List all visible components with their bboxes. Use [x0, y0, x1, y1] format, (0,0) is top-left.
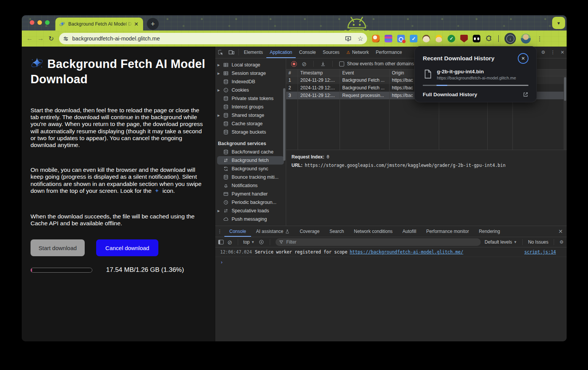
drawer-tab-performance-monitor[interactable]: Performance monitor — [421, 226, 474, 237]
devtools-close-icon[interactable]: ✕ — [561, 50, 564, 55]
drawer-tab-coverage[interactable]: Coverage — [295, 226, 324, 237]
drawer-tab-ai-assistance[interactable]: AI assistance — [251, 226, 295, 237]
expand-arrow-icon[interactable]: ▶ — [217, 114, 222, 117]
console-sidebar-toggle-icon[interactable] — [218, 240, 224, 244]
minimize-window-button[interactable] — [37, 20, 42, 25]
drawer-tab-autofill[interactable]: Autofill — [398, 226, 421, 237]
table-row-cell-selected[interactable]: 2024-11-29 12:... — [298, 92, 340, 99]
extension-icon-face[interactable] — [422, 35, 430, 42]
start-download-button[interactable]: Start download — [31, 239, 85, 256]
browser-tab[interactable]: Background Fetch AI Model D ✕ — [55, 18, 143, 31]
sidebar-item-private-state-tokens[interactable]: Private state tokens — [215, 94, 286, 103]
close-window-button[interactable] — [30, 20, 34, 25]
drawer-tab-network-conditions[interactable]: Network conditions — [349, 226, 397, 237]
extension-icon-stripes[interactable] — [385, 35, 392, 42]
sidebar-item-background-sync[interactable]: Background sync — [215, 165, 286, 173]
tab-performance[interactable]: Performance — [372, 47, 406, 58]
drawer-menu-icon[interactable]: ⋮ — [215, 229, 224, 234]
bookmark-star-icon[interactable]: ☆ — [358, 35, 363, 43]
clear-console-icon[interactable]: ⊘ — [227, 239, 232, 245]
log-levels-dropdown[interactable]: Default levels▼ — [485, 239, 517, 245]
drawer-tab-console[interactable]: Console — [224, 226, 251, 237]
tab-close-icon[interactable]: ✕ — [133, 21, 139, 27]
sidebar-item-bounce-tracking[interactable]: Bounce tracking miti... — [215, 173, 286, 181]
new-tab-button[interactable]: + — [147, 18, 159, 30]
checkbox-unchecked[interactable] — [339, 61, 344, 66]
sidebar-item-payment-handler[interactable]: Payment handler — [215, 190, 286, 198]
sidebar-item-indexeddb[interactable]: IndexedDB — [215, 78, 286, 86]
sidebar-item-storage-buckets[interactable]: Storage buckets — [215, 128, 286, 136]
expand-arrow-icon[interactable]: ▶ — [217, 209, 222, 213]
extension-icon-red-shield[interactable] — [460, 35, 468, 42]
tab-sources[interactable]: Sources — [319, 47, 343, 58]
console-filter-input[interactable]: Filter — [275, 238, 481, 246]
tab-application[interactable]: Application — [266, 47, 296, 58]
address-bar[interactable]: backgroundfetch-ai-model.glitch.me ☆ — [59, 33, 367, 44]
console-scope-link[interactable]: https://backgroundfetch-ai-model.glitch.… — [350, 249, 463, 255]
devtools-settings-gear-icon[interactable]: ⚙ — [541, 50, 545, 55]
extension-icon-construction-worker[interactable] — [435, 35, 443, 42]
events-scrollbar[interactable] — [564, 76, 567, 150]
table-row-cell[interactable]: 2024-11-29 12:... — [298, 84, 340, 92]
external-link-icon[interactable] — [523, 92, 528, 97]
extensions-puzzle-icon[interactable] — [485, 35, 493, 42]
table-row-cell-selected[interactable]: Request processin... — [340, 92, 390, 99]
javascript-context-selector[interactable]: top▼ — [243, 239, 255, 245]
drawer-tab-rendering[interactable]: Rendering — [474, 226, 505, 237]
forward-button[interactable]: → — [37, 35, 44, 42]
sidebar-scrollbar[interactable] — [283, 88, 285, 161]
sidebar-item-periodic-background-sync[interactable]: Periodic backgroun... — [215, 198, 286, 207]
cancel-download-button[interactable]: Cancel download — [96, 239, 158, 256]
clear-events-icon[interactable]: ⊘ — [302, 61, 307, 67]
sidebar-item-background-fetch[interactable]: Background fetch — [217, 156, 284, 165]
eye-icon[interactable] — [258, 239, 264, 245]
download-item[interactable]: g-2b-it-gpu-int4.bin https://backgroundf… — [423, 69, 528, 80]
table-row-cell[interactable]: 2024-11-29 12:... — [298, 76, 340, 84]
table-row-cell[interactable]: Background Fetch ... — [340, 76, 390, 84]
sidebar-item-shared-storage[interactable]: ▶Shared storage — [215, 111, 286, 120]
table-row-cell[interactable]: Background Fetch ... — [340, 84, 390, 92]
sidebar-item-interest-groups[interactable]: Interest groups — [215, 103, 286, 111]
expand-arrow-icon[interactable]: ▶ — [217, 72, 222, 75]
column-header-timestamp[interactable]: Timestamp — [298, 69, 340, 76]
tab-console[interactable]: Console — [296, 47, 319, 58]
column-header-index[interactable]: # — [286, 69, 298, 76]
console-prompt[interactable]: › — [215, 257, 567, 267]
sidebar-item-push-messaging[interactable]: Push messaging — [215, 215, 286, 223]
sidebar-item-cookies[interactable]: ▶Cookies — [215, 86, 286, 94]
tab-search-button[interactable]: ▾ — [552, 17, 565, 29]
expand-arrow-icon[interactable]: ▶ — [217, 89, 222, 92]
reload-button[interactable]: ↻ — [48, 35, 54, 43]
expand-arrow-icon[interactable]: ▶ — [217, 63, 222, 67]
sidebar-item-back-forward-cache[interactable]: Back/forward cache — [215, 148, 286, 156]
extension-icon-robot[interactable] — [473, 35, 480, 42]
sidebar-item-session-storage[interactable]: ▶Session storage — [215, 69, 286, 78]
extension-icon-fox[interactable] — [372, 35, 380, 42]
install-app-icon[interactable] — [345, 36, 351, 42]
browser-menu-icon[interactable]: ⋮ — [536, 35, 543, 42]
table-row-cell[interactable]: 1 — [286, 76, 298, 84]
profile-avatar[interactable] — [521, 34, 531, 44]
tab-elements[interactable]: Elements — [240, 47, 266, 58]
drawer-tab-search[interactable]: Search — [324, 226, 349, 237]
record-button[interactable] — [291, 61, 297, 67]
full-download-history-link[interactable]: Full Download History — [423, 92, 523, 97]
tab-network[interactable]: ⚠Network — [343, 47, 372, 58]
column-header-event[interactable]: Event — [340, 69, 390, 76]
extension-icon-password-key[interactable] — [397, 35, 405, 42]
sidebar-item-local-storage[interactable]: ▶Local storage — [215, 61, 286, 69]
device-toolbar-icon[interactable] — [226, 49, 237, 55]
back-button[interactable]: ← — [26, 35, 33, 42]
table-row-cell-selected[interactable]: 3 — [286, 92, 298, 99]
site-settings-tune-icon[interactable] — [63, 36, 69, 42]
drawer-close-icon[interactable]: ✕ — [558, 228, 563, 234]
console-settings-gear-icon[interactable]: ⚙ — [559, 239, 564, 245]
sidebar-item-speculative-loads[interactable]: ▶Speculative loads — [215, 207, 286, 215]
console-source-link[interactable]: script.js:14 — [524, 249, 556, 255]
sidebar-item-cache-storage[interactable]: Cache storage — [215, 120, 286, 128]
save-events-icon[interactable] — [320, 61, 326, 67]
issues-counter[interactable]: No Issues — [528, 239, 548, 245]
show-other-domains-option[interactable]: Show events from other domains — [339, 61, 414, 66]
table-row-cell[interactable]: 2 — [286, 84, 298, 92]
sidebar-item-notifications[interactable]: Notifications — [215, 181, 286, 190]
